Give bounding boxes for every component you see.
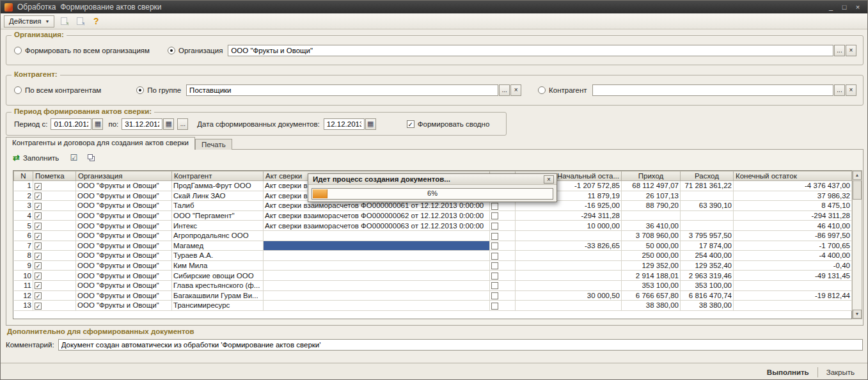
cell-rashod[interactable] [681, 221, 734, 231]
tab-print[interactable]: Печать [195, 139, 232, 150]
mark-checkbox[interactable]: ✓ [35, 262, 42, 269]
set-flags-icon[interactable]: ☑ [68, 153, 79, 163]
mark-checkbox[interactable]: ✓ [35, 183, 42, 190]
cell-n[interactable]: 5 [14, 221, 33, 231]
flag-checkbox[interactable] [491, 242, 498, 249]
cell-contragent[interactable]: Магамед [172, 241, 264, 251]
flag-checkbox[interactable] [491, 273, 498, 280]
period-from-input[interactable] [51, 118, 91, 130]
cell-prihod[interactable]: 36 410,00 [622, 221, 681, 231]
scroll-up-icon[interactable]: ▲ [853, 171, 862, 180]
organization-clear-icon[interactable]: × [846, 45, 856, 56]
cell-n[interactable]: 7 [14, 241, 33, 251]
cell-flag[interactable] [490, 260, 516, 271]
cell-flag[interactable] [490, 251, 516, 261]
column-header-rashod[interactable]: Расход [681, 171, 734, 181]
cell-nach[interactable] [516, 271, 622, 281]
cell-konech[interactable]: 46 410,00 [734, 221, 852, 231]
radio-organization[interactable]: Организация [168, 47, 223, 54]
cell-prihod[interactable]: 68 112 497,07 [622, 181, 681, 191]
cell-flag[interactable] [490, 241, 516, 251]
radio-all-contragents[interactable]: По всем контрагентам [14, 86, 101, 94]
cell-rashod[interactable]: 38 380,00 [681, 301, 734, 311]
cell-flag[interactable] [490, 230, 516, 241]
cell-nach[interactable] [516, 260, 622, 271]
cell-akt[interactable] [264, 271, 490, 281]
cell-prihod[interactable]: 3 708 960,00 [622, 230, 681, 241]
cell-rashod[interactable]: 129 352,40 [681, 260, 734, 271]
cell-prihod[interactable]: 50 000,00 [622, 241, 681, 251]
close-button[interactable]: Закрыть [823, 367, 858, 377]
cell-akt[interactable] [264, 241, 490, 251]
cell-akt[interactable] [264, 230, 490, 241]
flag-checkbox[interactable] [491, 303, 498, 310]
flag-checkbox[interactable] [491, 282, 498, 289]
mark-checkbox[interactable]: ✓ [35, 273, 42, 280]
contragent-select-button[interactable]: ... [834, 84, 845, 96]
mark-checkbox[interactable]: ✓ [35, 303, 42, 310]
cell-flag[interactable] [490, 221, 516, 231]
organization-select-button[interactable]: ... [834, 45, 845, 56]
cell-prihod[interactable]: 6 766 657,80 [622, 290, 681, 301]
cell-org[interactable]: ООО "Фрукты и Овощи" [76, 230, 172, 241]
contragent-clear-icon[interactable]: × [846, 84, 856, 96]
tab-contragents[interactable]: Контрагенты и договора для создания акто… [6, 137, 195, 150]
cell-marked[interactable]: ✓ [33, 280, 76, 290]
cell-contragent[interactable]: Трансимиресурс [172, 301, 264, 311]
mark-checkbox[interactable]: ✓ [35, 193, 42, 200]
cell-prihod[interactable]: 353 100,00 [622, 280, 681, 290]
column-header-n[interactable]: N [14, 171, 33, 181]
column-header-org[interactable]: Организация [76, 171, 172, 181]
column-header-konech[interactable]: Конечный остаток [734, 171, 852, 181]
scroll-down-icon[interactable]: ▼ [853, 310, 862, 319]
contragent-input[interactable] [592, 84, 833, 96]
mark-checkbox[interactable]: ✓ [35, 212, 42, 219]
cell-flag[interactable] [490, 271, 516, 281]
cell-marked[interactable]: ✓ [33, 271, 76, 281]
cell-contragent[interactable]: ООО "Пергамент" [172, 210, 264, 221]
cell-contragent[interactable]: ПродГамма-Фрут ООО [172, 181, 264, 191]
cell-prihod[interactable]: 2 914 188,01 [622, 271, 681, 281]
calendar-icon[interactable]: ▦ [163, 118, 174, 130]
maximize-button-icon[interactable]: □ [839, 3, 850, 12]
cell-konech[interactable]: -0,40 [734, 260, 852, 271]
cell-akt[interactable] [264, 260, 490, 271]
cell-konech[interactable]: -86 997,50 [734, 230, 852, 241]
cell-akt[interactable]: Акт сверки взаиморасчетов ФО000000063 от… [264, 221, 490, 231]
cell-n[interactable]: 8 [14, 251, 33, 261]
flag-checkbox[interactable] [491, 262, 498, 269]
mark-checkbox[interactable]: ✓ [35, 233, 42, 240]
cell-konech[interactable]: 8 475,10 [734, 201, 852, 211]
period-select-button[interactable]: ... [177, 118, 188, 130]
cell-prihod[interactable] [622, 210, 681, 221]
cell-konech[interactable]: -1 700,65 [734, 241, 852, 251]
minimize-button-icon[interactable]: _ [825, 3, 837, 12]
cell-akt[interactable]: Акт сверки взаиморасчетов ФО000000061 от… [264, 201, 490, 211]
cell-konech[interactable]: -4 376 437,00 [734, 181, 852, 191]
radio-by-group[interactable]: По группе [136, 86, 181, 94]
cell-nach[interactable] [516, 301, 622, 311]
cell-marked[interactable]: ✓ [33, 290, 76, 301]
cell-org[interactable]: ООО "Фрукты и Овощи" [76, 241, 172, 251]
flag-checkbox[interactable] [491, 223, 498, 230]
cell-rashod[interactable]: 353 100,00 [681, 280, 734, 290]
cell-rashod[interactable] [681, 210, 734, 221]
close-button-icon[interactable]: × [852, 3, 864, 12]
cell-rashod[interactable]: 2 963 319,46 [681, 271, 734, 281]
cell-nach[interactable]: -16 925,00 [516, 201, 622, 211]
cell-nach[interactable] [516, 230, 622, 241]
consolidated-checkbox[interactable]: ✓ Формировать сводно [407, 120, 490, 128]
cell-org[interactable]: ООО "Фрукты и Овощи" [76, 251, 172, 261]
cell-contragent[interactable]: Сибирские овощи ООО [172, 271, 264, 281]
cell-marked[interactable]: ✓ [33, 230, 76, 241]
cell-marked[interactable]: ✓ [33, 221, 76, 231]
comment-input[interactable] [58, 339, 863, 351]
group-input[interactable] [186, 84, 498, 96]
cell-marked[interactable]: ✓ [33, 191, 76, 201]
cell-contragent[interactable]: Багакашвили Гурам Ви... [172, 290, 264, 301]
cell-org[interactable]: ООО "Фрукты и Овощи" [76, 271, 172, 281]
cell-flag[interactable] [490, 210, 516, 221]
cell-rashod[interactable]: 254 400,00 [681, 251, 734, 261]
mark-checkbox[interactable]: ✓ [35, 292, 42, 299]
cell-konech[interactable]: -49 131,45 [734, 271, 852, 281]
